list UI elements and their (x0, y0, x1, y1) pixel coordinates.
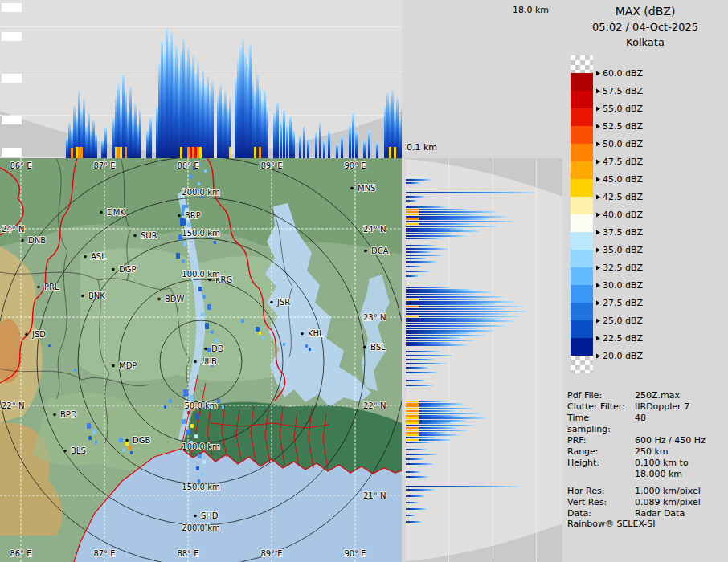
legend-swatch (571, 108, 593, 126)
height-min-label: 0.1 km (407, 142, 437, 153)
echo-blob (305, 344, 308, 348)
profile-bar (406, 320, 513, 322)
legend-brand: Rainbow® SELEX-SI (567, 519, 656, 529)
metadata-label: Height: (567, 458, 635, 469)
range-ring-label: 200.0 km (182, 523, 219, 532)
city-label: ASL (91, 252, 106, 261)
echo-blob (283, 343, 285, 346)
profile-bar (401, 107, 402, 158)
metadata-value: 48 (635, 413, 646, 435)
legend-swatch (571, 267, 593, 285)
profile-bar (406, 458, 423, 460)
profile-bar-core (406, 211, 419, 213)
echo-blob (125, 442, 129, 446)
echo-blob (201, 473, 203, 476)
echo-blob (95, 441, 97, 444)
city-label: BSL (370, 343, 386, 352)
city-dot (100, 211, 103, 214)
echo-blob (88, 436, 92, 440)
city-dot (208, 279, 211, 282)
profile-bar (406, 355, 452, 356)
profile-bar (406, 332, 472, 334)
profile-bar (266, 107, 268, 158)
city-dot (63, 450, 67, 453)
echo-blob (190, 395, 194, 401)
city-label: DCA (371, 246, 389, 255)
profile-bar (406, 515, 415, 516)
profile-bar (406, 385, 433, 386)
legend-scale-label: 42.5 dBZ (596, 192, 643, 202)
profile-bar-core (406, 209, 419, 210)
legend-scale-label: 47.5 dBZ (596, 157, 643, 167)
legend-scale-label: 20.0 dBZ (596, 351, 643, 361)
profile-bar (406, 422, 452, 424)
city-dot (194, 515, 197, 518)
city-dot (204, 348, 207, 351)
city-label: SHD (201, 511, 219, 520)
profile-bar (406, 330, 494, 332)
profile-bar (406, 437, 436, 438)
horizontal-profile-panel (406, 158, 562, 562)
legend-timestamp: 05:02 / 04-Oct-2025 (562, 18, 728, 33)
profile-bar (406, 508, 427, 510)
echo-blob (217, 399, 220, 403)
profile-bar (323, 140, 325, 158)
legend-scale-label: 45.0 dBZ (596, 174, 643, 185)
echo-blob (130, 451, 133, 454)
metadata-row: Time sampling:48 (567, 413, 726, 435)
legend-scale-label: 55.0 dBZ (596, 104, 643, 114)
profile-bar (406, 313, 509, 315)
echo-blob (198, 454, 202, 458)
profile-bar (376, 142, 378, 158)
city-label: MDP (119, 361, 137, 370)
profile-bar (406, 299, 486, 300)
vertical-profile-bars (0, 0, 402, 158)
profile-bar (368, 131, 370, 158)
profile-bar-core (406, 299, 419, 300)
profile-bar (406, 192, 534, 193)
echo-blob (198, 287, 202, 291)
profile-bar (406, 238, 443, 239)
profile-bar (101, 140, 104, 158)
city-label: DD (211, 344, 224, 353)
profile-bar-core (406, 422, 419, 424)
profile-bar (406, 179, 431, 181)
city-label: DGP (119, 265, 136, 274)
profile-bar (406, 287, 451, 288)
city-label: BDW (165, 295, 185, 303)
radar-map-panel: DMKBRPSURDNBASLDGPKRGPRLBNKBDWJSRKHLJSDD… (0, 158, 402, 562)
legend-scale-label: 27.5 dBZ (596, 298, 643, 308)
scale-arrow-icon (596, 71, 600, 75)
profile-bar-core (406, 430, 419, 431)
height-max-label: 18.0 km (513, 5, 549, 15)
profile-bar (406, 316, 520, 317)
profile-bar (406, 432, 446, 434)
profile-bar (406, 502, 419, 503)
profile-bar (406, 216, 507, 218)
echo-blob (202, 460, 206, 464)
profile-bar (406, 211, 496, 213)
city-dot (270, 301, 273, 304)
legend-scale-label: 60.0 dBZ (596, 68, 643, 79)
echo-blob (182, 419, 186, 424)
profile-bar (406, 434, 459, 436)
profile-bar (406, 344, 467, 346)
legend-swatch (571, 214, 593, 232)
profile-bar (406, 415, 460, 417)
legend-swatch (571, 338, 593, 356)
radar-app-window: 18.0 km 0.1 km (0, 0, 728, 562)
scale-arrow-icon (596, 283, 600, 287)
legend-scale-label: 40.0 dBZ (596, 210, 643, 220)
city-label: BLS (71, 446, 86, 455)
echo-blob (48, 344, 51, 347)
profile-bar (406, 449, 427, 450)
profile-bar (355, 131, 358, 158)
metadata-label: Pdf File: (567, 390, 635, 401)
scale-arrow-icon (596, 265, 600, 270)
profile-bar (406, 218, 488, 220)
profile-bar (406, 325, 504, 327)
profile-bar (273, 113, 276, 158)
echo-blob (205, 323, 209, 329)
profile-bar (406, 308, 505, 310)
profile-bar (406, 318, 499, 320)
